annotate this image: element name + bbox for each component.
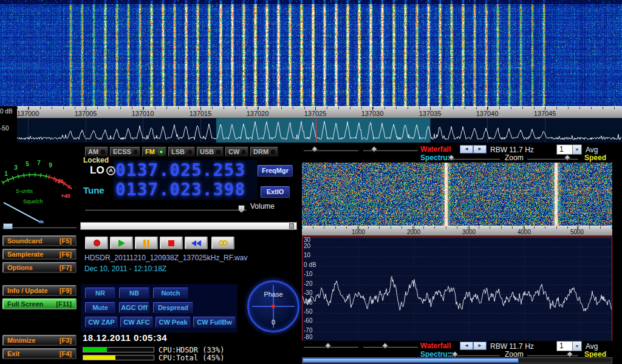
s-meter[interactable]: 1 3 5 7 9 +20 +40 S-units Squelch [1, 144, 78, 223]
pause-button[interactable] [135, 237, 158, 249]
freq-tick: 137005 [69, 110, 103, 117]
minimize-button[interactable]: Minimize[F3] [2, 335, 77, 346]
tune-frequency-display[interactable]: 0137.023.398 [115, 180, 245, 200]
af-waterfall[interactable] [302, 163, 612, 226]
mode-drm-button[interactable]: DRM [250, 147, 278, 157]
slider-thumb[interactable] [564, 154, 570, 161]
volume-slider[interactable] [85, 205, 248, 214]
mode-fm-button[interactable]: FM [142, 147, 166, 157]
nb-button[interactable]: NB [119, 288, 149, 298]
af-tick: 1000 [341, 229, 375, 235]
slider-thumb[interactable] [371, 146, 377, 152]
drm-led-icon [271, 150, 275, 154]
rf-waterfall-contrast-slider[interactable] [363, 149, 418, 151]
phase-scope[interactable]: Phase 0 [247, 280, 299, 332]
volume-slider-thumb[interactable] [238, 205, 245, 213]
rf-display-controls: Waterfall Spectrum ◄ ► RBW 11.7 Hz 1 ▼ A… [302, 144, 622, 162]
nudge-left-button[interactable]: ◄ [460, 145, 473, 153]
s-meter-scale-7: 7 [37, 160, 41, 166]
mode-usb-button[interactable]: USB [197, 147, 224, 157]
af-zoom-slider[interactable] [448, 354, 500, 356]
samplerate-button[interactable]: Samplerate[F6] [2, 249, 77, 260]
af-waterfall-brightness-slider[interactable] [304, 345, 358, 348]
pause-icon [143, 240, 146, 247]
slider-thumb[interactable] [311, 146, 318, 152]
waterfall-tab[interactable]: Waterfall [420, 342, 451, 350]
waterfall-tab[interactable]: Waterfall [420, 145, 451, 153]
rf-waterfall[interactable] [0, 0, 622, 106]
cpu-hdsdr-label: CPU:HDSDR (33%) [159, 346, 224, 354]
nudge-right-button[interactable]: ► [473, 342, 487, 350]
af-speed-slider[interactable] [527, 354, 578, 356]
squelch-slider[interactable] [2, 223, 77, 230]
mode-cw-button[interactable]: CW [225, 147, 248, 157]
cw-peak-button[interactable]: CW Peak [156, 317, 191, 328]
lo-frequency-display[interactable]: 0137.025.253 [115, 161, 245, 180]
af-zoom-scrollbar-thumb[interactable] [302, 358, 519, 363]
cpu-total-bar [83, 356, 115, 360]
slider-thumb[interactable] [566, 351, 573, 357]
options-button[interactable]: Options[F7] [2, 262, 77, 273]
mode-am-button[interactable]: AM [85, 147, 108, 157]
cw-zap-button[interactable]: CW ZAP [85, 317, 118, 328]
db-tick: 0 dB [304, 261, 316, 268]
date-time-display: 18.12.2011 0:05:34 [83, 332, 167, 343]
rf-waterfall-brightness-slider[interactable] [304, 149, 358, 151]
freq-tick: 137045 [528, 110, 562, 117]
rf-avg-count-select[interactable]: 1 ▼ [556, 144, 582, 155]
cw-afc-button[interactable]: CW AFC [120, 317, 153, 328]
lo-lock-icon[interactable]: A [106, 166, 115, 175]
stop-button[interactable] [160, 237, 183, 249]
record-button[interactable] [85, 237, 108, 249]
mode-ecss-button[interactable]: ECSS [110, 147, 140, 157]
agc-button[interactable]: AGC Off [119, 302, 149, 313]
squelch-slider-thumb[interactable] [3, 223, 13, 229]
avg-count-value: 1 [557, 145, 572, 154]
rf-zoom-slider[interactable] [448, 157, 500, 160]
db-tick: -60 [304, 317, 312, 324]
freqmgr-button[interactable]: FreqMgr [258, 165, 293, 177]
extio-button[interactable]: ExtIO [261, 186, 290, 198]
db-tick: -50 [304, 308, 312, 315]
notch-button[interactable]: Notch [153, 288, 188, 298]
rf-spectrum[interactable] [17, 118, 622, 143]
db-tick: 20 [304, 243, 310, 249]
rf-speed-slider[interactable] [527, 157, 578, 160]
despread-button[interactable]: Despread [153, 302, 193, 313]
exit-button[interactable]: Exit[F4] [2, 348, 77, 359]
dropdown-arrow-icon[interactable]: ▼ [572, 145, 581, 154]
nudge-right-button[interactable]: ► [473, 145, 487, 153]
cw-fullbw-button[interactable]: CW FullBw [193, 317, 236, 328]
nudge-left-button[interactable]: ◄ [460, 342, 473, 350]
mute-button[interactable]: Mute [85, 302, 115, 313]
freq-tick: 137000 [11, 110, 45, 117]
tune-scroll-thumb[interactable] [289, 223, 294, 229]
tune-scroll-slider[interactable] [80, 222, 297, 230]
rbw-readout: RBW 11.7 Hz [490, 342, 534, 351]
slider-thumb[interactable] [381, 342, 388, 349]
af-frequency-scale[interactable]: 1000 2000 3000 4000 5000 [302, 226, 612, 236]
rf-frequency-scale[interactable]: 137000 137005 137010 137015 137020 13702… [17, 106, 622, 118]
s-meter-scale-p40: +40 [61, 193, 70, 199]
ecss-led-icon [134, 150, 137, 154]
play-button[interactable] [110, 237, 133, 249]
af-avg-count-select[interactable]: 1 ▼ [556, 341, 582, 351]
dropdown-arrow-icon[interactable]: ▼ [572, 342, 581, 351]
af-waterfall-contrast-slider[interactable] [363, 345, 418, 348]
tune-label: Tune [83, 185, 104, 195]
nr-button[interactable]: NR [85, 288, 115, 298]
cpu-hdsdr-bar [83, 348, 107, 352]
af-zoom-scrollbar[interactable] [302, 357, 612, 363]
am-led-icon [101, 150, 105, 154]
fullscreen-button[interactable]: Full Screen[F11] [2, 298, 77, 309]
speed-label: Speed [584, 153, 606, 162]
loop-button[interactable] [211, 237, 234, 249]
rewind-button[interactable] [185, 237, 208, 249]
af-spectrum[interactable]: 30 20 10 0 dB -10 -20 -30 -40 -50 -60 -7… [302, 237, 612, 341]
soundcard-button[interactable]: Soundcard[F5] [2, 235, 77, 246]
db-low-label: -50 [0, 125, 9, 132]
mode-lsb-button[interactable]: LSB [168, 147, 195, 157]
slider-thumb[interactable] [324, 342, 331, 349]
freq-tick: 137030 [355, 110, 389, 117]
info-update-button[interactable]: Info / Update[F9] [2, 285, 77, 296]
